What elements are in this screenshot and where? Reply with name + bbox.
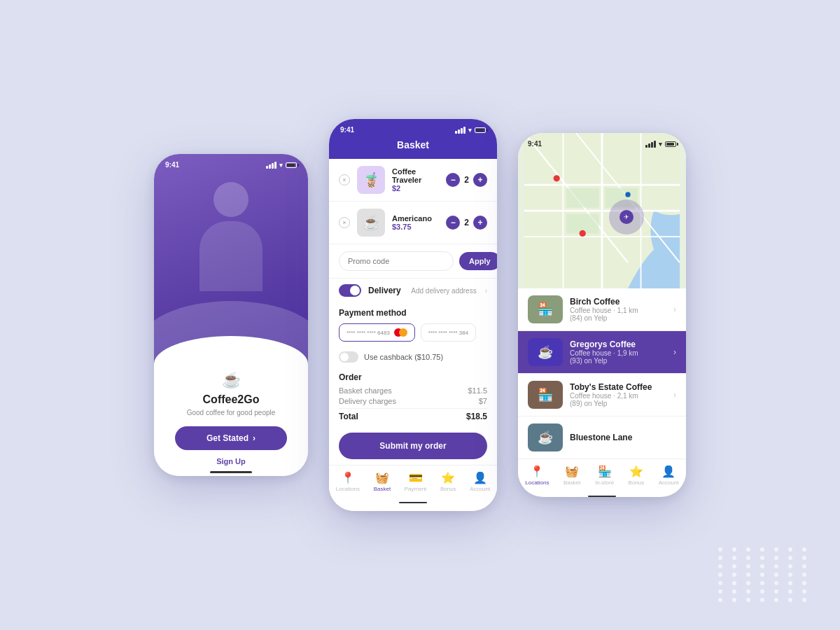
splash-bottom: ☕ Coffee2Go Good coffee for good people …: [154, 364, 308, 476]
card-2[interactable]: **** **** **** 384: [421, 323, 476, 342]
card-1[interactable]: **** **** **** 6483: [339, 323, 415, 342]
gregorys-coffee-sub: Coffee house · 1,9 km (93) on Yelp: [570, 349, 666, 365]
delivery-charges-row: Delivery charges $7: [339, 397, 487, 405]
user-location-circle: ✈: [609, 200, 644, 234]
bluestone-thumb: ☕: [528, 424, 563, 451]
nav3-instore[interactable]: 🏪 In-store: [595, 465, 614, 486]
submit-order-button[interactable]: Submit my order: [339, 433, 487, 459]
battery-icon-phone3: .battery-icon:nth-child(3)::before{backg…: [665, 141, 676, 147]
nav-payment-icon: 💳: [409, 471, 423, 484]
birch-coffee-thumb: 🏪: [528, 295, 563, 323]
coffee-list: 🏪 Birch Coffee Coffee house · 1,1 km (84…: [518, 288, 686, 458]
nav3-account[interactable]: 👤 Account: [659, 465, 679, 486]
promo-row: Apply: [329, 244, 497, 278]
location-tobys-coffee[interactable]: 🏪 Toby's Estate Coffee Coffee house · 2,…: [518, 374, 686, 416]
card-1-number: **** **** **** 6483: [346, 330, 390, 336]
get-started-button[interactable]: Get Stated ›: [175, 426, 287, 450]
qty-plus-1[interactable]: +: [473, 173, 487, 187]
nav-basket-icon: 🧺: [375, 471, 389, 484]
status-icons-phone2: ▾: [455, 127, 486, 134]
nav3-bonus-icon: ⭐: [629, 465, 643, 478]
nav3-locations[interactable]: 📍 Locations: [525, 465, 549, 486]
location-birch-coffee[interactable]: 🏪 Birch Coffee Coffee house · 1,1 km (84…: [518, 288, 686, 331]
apply-button[interactable]: Apply: [459, 252, 497, 270]
status-icons-phone3: ▾ .battery-icon:nth-child(3)::before{bac…: [645, 141, 676, 148]
tobys-chevron-icon: ›: [673, 390, 676, 400]
chevron-right-icon: ›: [485, 287, 487, 295]
get-started-label: Get Stated: [206, 433, 248, 443]
qty-minus-1[interactable]: −: [446, 173, 460, 187]
remove-item-2-button[interactable]: ×: [339, 217, 350, 228]
nav-bonus-icon: ⭐: [441, 471, 455, 484]
cashback-row: Use cashback ($10.75): [329, 347, 497, 367]
nav3-bonus[interactable]: ⭐ Bonus: [629, 465, 645, 486]
item-name-2: Americano: [392, 214, 439, 223]
nav3-instore-icon: 🏪: [598, 465, 612, 478]
tobys-coffee-name: Toby's Estate Coffee: [570, 382, 666, 392]
nav-account-icon: 👤: [473, 471, 487, 484]
nav-bonus[interactable]: ⭐ Bonus: [440, 471, 456, 492]
bottom-nav-phone3: 📍 Locations 🧺 Basket 🏪 In-store ⭐ Bonus …: [518, 458, 686, 493]
promo-input[interactable]: [339, 251, 454, 271]
nav-locations-icon: 📍: [341, 471, 355, 484]
nav3-bonus-label: Bonus: [629, 479, 645, 486]
item-info-1: Coffee Traveler $2: [392, 167, 439, 192]
gregorys-coffee-icon: ☕: [528, 338, 563, 366]
order-title: Order: [339, 372, 487, 382]
statusbar-phone1: 9:41 ▾: [154, 154, 308, 172]
delivery-toggle[interactable]: [339, 284, 361, 297]
nav-basket-label: Basket: [374, 486, 391, 492]
status-icons-phone1: ▾: [266, 162, 297, 169]
item-thumb-icon-1: 🧋: [357, 166, 385, 194]
gregorys-coffee-info: Gregorys Coffee Coffee house · 1,9 km (9…: [570, 340, 666, 365]
gregorys-coffee-name: Gregorys Coffee: [570, 340, 666, 349]
add-address-link[interactable]: Add delivery address: [411, 287, 476, 295]
cashback-toggle[interactable]: [339, 351, 358, 363]
app-tagline: Good coffee for good people: [187, 409, 276, 416]
payment-section: Payment method **** **** **** 6483 **** …: [329, 302, 497, 347]
basket-item-2: × ☕ Americano $3.75 − 2 +: [329, 202, 497, 244]
nav3-instore-label: In-store: [595, 479, 614, 486]
item-price-1: $2: [392, 184, 439, 192]
qty-plus-2[interactable]: +: [473, 216, 487, 230]
nav3-account-icon: 👤: [662, 465, 676, 478]
nav-basket[interactable]: 🧺 Basket: [374, 471, 391, 492]
basket-item-1: × 🧋 Coffee Traveler $2 − 2 +: [329, 159, 497, 202]
location-gregorys-coffee[interactable]: ☕ Gregorys Coffee Coffee house · 1,9 km …: [518, 331, 686, 374]
gregorys-coffee-thumb: ☕: [528, 338, 563, 366]
nav3-basket[interactable]: 🧺 Basket: [564, 465, 580, 486]
arrow-right-icon: ›: [253, 433, 255, 443]
tobys-coffee-sub: Coffee house · 2,1 km (89) on Yelp: [570, 392, 666, 407]
nav3-account-label: Account: [659, 479, 679, 486]
svg-point-12: [554, 175, 560, 181]
signal-icon-phone2: [455, 127, 465, 134]
phone-splash: 9:41 ▾ ☕ Coffee2Go Good coffee: [154, 154, 308, 476]
sign-up-link[interactable]: Sign Up: [216, 457, 246, 465]
basket-charges-label: Basket charges: [339, 386, 392, 395]
nav-account[interactable]: 👤 Account: [470, 471, 490, 492]
payment-method-label: Payment method: [339, 308, 487, 318]
delivery-charges-val: $7: [479, 397, 487, 405]
item-thumb-1: 🧋: [357, 166, 385, 194]
nav-locations[interactable]: 📍 Locations: [336, 471, 360, 492]
item-price-2: $3.75: [392, 223, 439, 231]
location-bluestone[interactable]: ☕ Bluestone Lane: [518, 416, 686, 458]
nav-payment[interactable]: 💳 Payment: [405, 471, 427, 492]
remove-item-1-button[interactable]: ×: [339, 174, 350, 186]
qty-ctrl-1: − 2 +: [446, 173, 487, 187]
app-name: Coffee2Go: [203, 393, 260, 406]
cashback-toggle-dot: [340, 353, 349, 361]
qty-minus-2[interactable]: −: [446, 216, 460, 230]
item-info-2: Americano $3.75: [392, 214, 439, 231]
item-thumb-icon-2: ☕: [357, 209, 385, 237]
home-indicator-phone3: [588, 496, 616, 497]
total-val: $18.5: [466, 412, 487, 421]
basket-title: Basket: [340, 139, 486, 150]
basket-header: 9:41 ▾ Basket: [329, 119, 497, 159]
person-body: [200, 221, 262, 291]
signal-icon-phone3: [645, 141, 656, 148]
phones-container: 9:41 ▾ ☕ Coffee2Go Good coffee: [154, 119, 686, 511]
nav3-basket-label: Basket: [564, 479, 580, 486]
delivery-charges-label: Delivery charges: [339, 397, 396, 405]
nav-payment-label: Payment: [405, 486, 427, 492]
